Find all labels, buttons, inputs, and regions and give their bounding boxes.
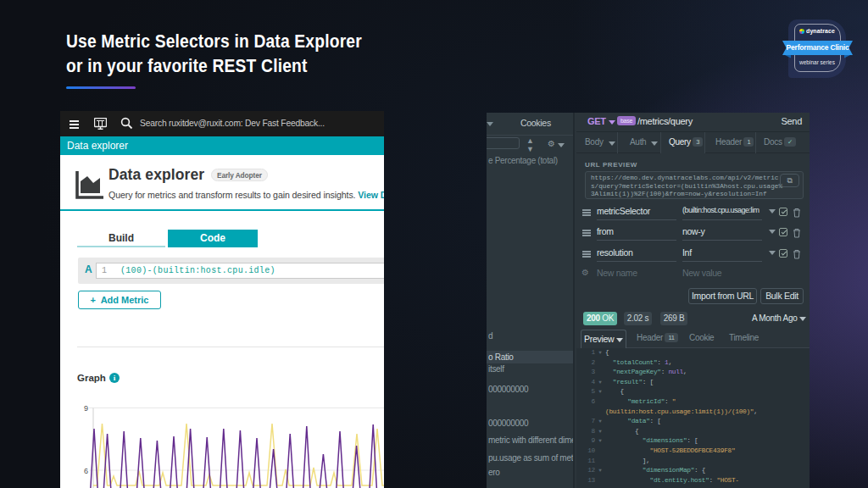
svg-text:9: 9 (84, 404, 88, 413)
svg-text:6: 6 (84, 467, 88, 475)
